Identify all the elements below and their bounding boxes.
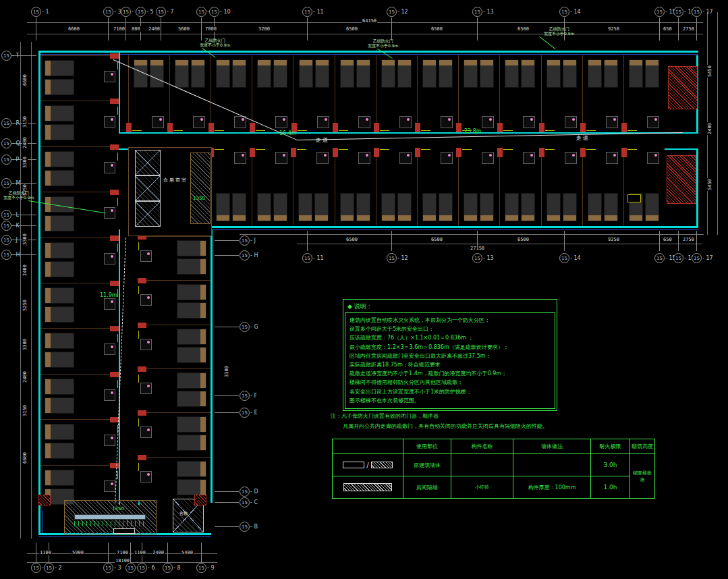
bubble-suffix: - R [12, 120, 20, 126]
stair-bottom [64, 500, 157, 534]
bed [216, 59, 230, 88]
leader-text-1: 乙级防火门 [368, 38, 398, 43]
room-module [293, 148, 334, 225]
bubble-suffix: - 13 [483, 255, 494, 261]
bubble-circle: 15 [387, 7, 397, 17]
bubble-circle: 15 [692, 253, 702, 263]
smoke-line [117, 334, 118, 342]
grid-bubble-15-11: 15- 11 [302, 7, 324, 17]
stair-dim-bottom: 1350 [112, 506, 124, 512]
bed [604, 59, 618, 88]
note-line: 各安全出口设上方设置宽度不小于1米的防护挑檐； [349, 387, 551, 396]
bubble-circle: 15 [692, 7, 702, 17]
grid-bubble-15-B: 15- B [240, 522, 258, 532]
remark-line-2: 凡属开向公共内走廊的疏散门，具有自动关闭的功能并且关闭后具有隔烟阻火的性能。 [343, 422, 548, 430]
fixture-dot [111, 346, 113, 348]
elevator-shaft-3 [135, 201, 161, 227]
grid-bubble-15-L: 15- L [1, 210, 19, 220]
smoke-line [503, 149, 513, 150]
leader-line [539, 36, 555, 49]
dimension-text: 6500 [345, 237, 358, 242]
bathroom [358, 116, 370, 128]
grid-bubble-15-M: 15- M [1, 178, 20, 188]
bubble-circle: 15 [44, 563, 54, 573]
dimension-text: 3300 [22, 233, 28, 246]
fixture-dot [111, 255, 113, 258]
grid-tick [161, 18, 161, 40]
fixture-dot [283, 118, 285, 121]
col-symbol [333, 439, 403, 454]
bathroom [104, 298, 115, 310]
bed [177, 461, 206, 477]
bubble-suffix: - G [250, 324, 258, 330]
bubble-suffix: - 3 [114, 9, 121, 15]
bubble-circle: 15 [121, 7, 131, 17]
bubble-circle: 15 [472, 253, 482, 263]
bed [45, 105, 74, 121]
room-module [40, 55, 119, 101]
grid-tick [307, 18, 308, 40]
smoke-line [117, 289, 118, 297]
note-line: 最小疏散宽度：1.2×3＝3.6m＞0.836m（满足疏散设计要求）； [349, 343, 551, 352]
bubble-circle: 15 [240, 391, 250, 401]
dimension-text: 6500 [430, 26, 443, 32]
room-module [40, 374, 119, 419]
bathroom [523, 116, 535, 128]
dimension-text: 2400 [707, 122, 712, 135]
bathroom [104, 253, 115, 265]
grid-tick [659, 18, 660, 40]
smoke-line [138, 418, 139, 426]
bed [464, 193, 478, 221]
leader-text-1: 乙级防火门 [200, 38, 230, 43]
cell-fire: 3.0h [591, 454, 630, 476]
dimension-text: 64150 [362, 18, 377, 24]
cad-floor-plan-canvas[interactable]: 走道 走道 16.4m 23.8m 11.9m 1350 1350 合用前室 客… [0, 0, 728, 579]
bubble-suffix: - 8 [173, 565, 181, 571]
bed [315, 59, 329, 88]
bed [422, 193, 437, 221]
grid-bubble-15-15: 15- 15 [654, 253, 676, 263]
bubble-circle: 15 [31, 7, 41, 17]
bubble-circle: 15 [1, 155, 11, 165]
smoke-line [545, 149, 555, 150]
grid-bubble-15-9: 15- 9 [196, 563, 215, 573]
window-band-upper-bottom [211, 229, 698, 230]
outer-wall-top [38, 51, 698, 53]
fixture-dot [366, 154, 368, 157]
bed [45, 151, 74, 167]
room-module [335, 148, 376, 225]
dimension-text: 7100 [116, 550, 129, 555]
bed [397, 59, 412, 88]
grid-bubble-15-3: 15- 3 [103, 563, 121, 573]
bed [480, 193, 494, 221]
column-marker [110, 236, 119, 241]
fixture-dot [242, 118, 244, 121]
smoke-line [117, 471, 118, 479]
bubble-circle: 15 [196, 7, 206, 17]
bathroom [317, 116, 329, 128]
fixture-dot [654, 118, 657, 121]
col-component: 构件名称 [451, 439, 513, 454]
grid-tick [659, 231, 660, 251]
bubble-circle: 15 [136, 7, 146, 17]
note-line: 应该疏散宽度：76（人）×1.1×0.01＝0.836m ； [349, 333, 551, 342]
fixture-dot [111, 164, 113, 167]
room-module [623, 148, 665, 225]
remark-line-1: 注：凡子母防火门设置有效的闭门器，顺序器 [331, 412, 439, 420]
table-row: / 原建筑墙体 3.0h 砌至楼板底 [333, 454, 655, 476]
fixture-dot [111, 118, 113, 121]
bubble-suffix: - F [250, 393, 257, 399]
bathroom [565, 116, 577, 128]
dimension-text: 1100 [39, 550, 52, 555]
evac-dim-11-9: 11.9m [100, 292, 117, 298]
fixture-dot [448, 118, 451, 121]
smoke-line [117, 198, 118, 206]
bed [177, 373, 206, 389]
bathroom [140, 471, 152, 482]
bed [340, 193, 354, 221]
column-marker [250, 148, 255, 157]
room-module [293, 55, 335, 132]
bed [150, 59, 164, 88]
bed [45, 333, 74, 349]
dimension-text: 1100 [134, 550, 146, 555]
